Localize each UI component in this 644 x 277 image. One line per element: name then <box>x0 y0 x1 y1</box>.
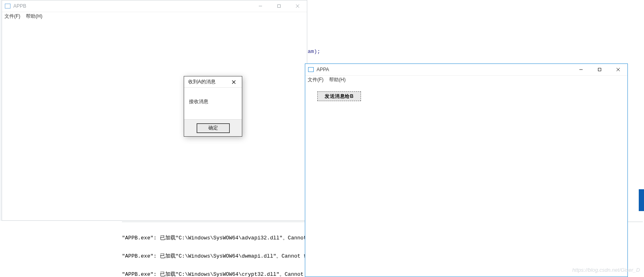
messagebox-titlebar[interactable]: 收到A的消息 <box>184 76 242 88</box>
messagebox: 收到A的消息 接收消息 确定 <box>184 76 242 137</box>
maximize-button[interactable] <box>590 64 609 75</box>
send-message-button[interactable]: 发送消息给B <box>317 91 361 101</box>
titlebar-appb[interactable]: APPB <box>2 0 307 12</box>
svg-rect-0 <box>5 4 10 8</box>
menubar-appa: 文件(F) 帮助(H) <box>305 75 627 84</box>
titlebar-appa[interactable]: APPA <box>305 64 627 75</box>
messagebox-button-row: 确定 <box>184 119 242 136</box>
client-area-appb <box>2 21 307 220</box>
messagebox-text: 接收消息 <box>184 88 242 105</box>
minimize-button[interactable] <box>572 64 590 75</box>
app-icon <box>308 66 314 73</box>
menu-file[interactable]: 文件(F) <box>308 76 323 83</box>
close-button[interactable] <box>288 0 307 12</box>
maximize-button[interactable] <box>270 0 288 12</box>
menubar-appb: 文件(F) 帮助(H) <box>2 12 307 21</box>
svg-rect-2 <box>278 5 281 8</box>
ok-button[interactable]: 确定 <box>197 124 229 133</box>
close-button[interactable] <box>609 64 627 75</box>
ide-selection-gutter <box>639 189 644 211</box>
window-appa: APPA 文件(F) 帮助(H) 发送消息给B <box>305 63 628 277</box>
menu-help[interactable]: 帮助(H) <box>329 76 346 83</box>
client-area-appa: 发送消息给B <box>305 84 627 277</box>
menu-file[interactable]: 文件(F) <box>4 13 20 20</box>
menu-help[interactable]: 帮助(H) <box>26 13 42 20</box>
app-icon <box>4 3 11 9</box>
window-title: APPA <box>317 67 329 72</box>
svg-rect-3 <box>308 68 314 72</box>
window-title: APPB <box>13 3 26 9</box>
minimize-button[interactable] <box>251 0 270 12</box>
svg-rect-5 <box>598 68 601 71</box>
close-icon[interactable] <box>228 80 239 84</box>
messagebox-title: 收到A的消息 <box>188 78 216 85</box>
code-fragment: am); <box>308 49 320 55</box>
window-appb: APPB 文件(F) 帮助(H) <box>2 0 307 221</box>
